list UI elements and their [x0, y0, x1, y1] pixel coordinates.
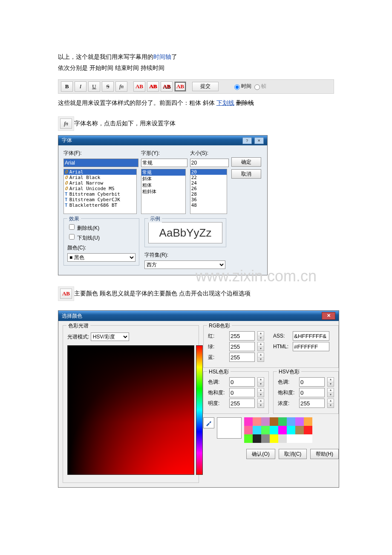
mode-label: 光谱模式: — [67, 334, 89, 340]
hsv-title: HSV色彩 — [277, 368, 301, 376]
underline-word: 下划线 — [216, 99, 234, 106]
time-radio[interactable]: 时间 — [232, 83, 251, 90]
window-buttons: ? ✕ — [241, 137, 264, 144]
sample-title: 示例 — [148, 215, 162, 223]
r-input[interactable] — [229, 331, 255, 341]
charset-label: 字符集(R): — [144, 251, 226, 259]
fn-fragment: fn — [58, 116, 74, 131]
eyedropper-icon[interactable] — [203, 417, 214, 428]
font-dialog: 字体 ? ✕ 字体(F): OArial OArial Black OArial… — [58, 135, 268, 275]
primary-color-button[interactable]: AB — [133, 81, 145, 92]
cancel-button[interactable]: 取消(C) — [279, 449, 307, 459]
spinner-icon: ▲▼ — [257, 331, 264, 341]
hsl-title: HSL色彩 — [207, 368, 231, 376]
html-input[interactable] — [293, 342, 329, 351]
hsl-l-input[interactable] — [229, 399, 255, 408]
spectrum-area[interactable] — [67, 345, 194, 475]
style-list[interactable]: 常规 斜体 粗体 粗斜体 — [141, 169, 185, 214]
ok-button[interactable]: 确认(O) — [246, 449, 275, 459]
cancel-button[interactable]: 取消 — [231, 169, 261, 179]
italic-button[interactable]: I — [75, 81, 86, 92]
close-icon[interactable]: ✕ — [322, 312, 335, 320]
hsv-h-input[interactable] — [299, 377, 325, 387]
spectrum-mode-select[interactable]: HSV/彩度 — [91, 332, 129, 341]
rgb-title: RGB色彩 — [207, 322, 232, 330]
style-label: 字形(Y): — [141, 150, 184, 157]
hsv-v-input[interactable] — [299, 399, 325, 408]
style-input[interactable] — [141, 159, 187, 167]
color-select[interactable]: ■ 黑色 — [67, 253, 135, 262]
strikethrough-button[interactable]: S — [102, 81, 114, 92]
help-icon[interactable]: ? — [242, 137, 252, 144]
font-dialog-title: 字体 — [62, 137, 72, 144]
fontname-button-icon[interactable]: fn — [60, 119, 72, 129]
size-label: 大小(S): — [190, 150, 226, 157]
ab-fragment: AB — [58, 286, 74, 301]
font-input[interactable] — [63, 159, 138, 167]
spectrum-title: 色彩光谱 — [66, 322, 90, 330]
underline-checkbox[interactable]: 下划线(U) — [67, 235, 100, 241]
hsl-h-input[interactable] — [229, 377, 255, 387]
shadow-color-button[interactable]: AB — [174, 81, 186, 92]
ok-button[interactable]: 确定 — [231, 157, 261, 167]
hsl-s-input[interactable] — [229, 388, 255, 397]
outline-color-button[interactable]: AB — [161, 81, 173, 92]
submit-button[interactable]: 提交 — [192, 82, 219, 91]
ass-input[interactable] — [293, 331, 329, 341]
palette[interactable] — [244, 417, 312, 443]
b-input[interactable] — [229, 353, 255, 362]
fontname-explain: 字体名称，点击后如下，用来设置字体 — [74, 120, 176, 127]
font-list[interactable]: OArial OArial Black OArial Narrow OArial… — [63, 169, 137, 214]
size-input[interactable] — [190, 159, 229, 167]
style-explain: 这些就是用来设置字体样式的部分了。前面四个：粗体 斜体 下划线 删除线 — [58, 98, 334, 108]
style-toolbar: B I U S fn AB AB AB AB 提交 时间 帧 — [58, 79, 334, 94]
help-button[interactable]: 帮助(H) — [310, 449, 339, 459]
color-dialog: 选择颜色 ✕ 色彩光谱 光谱模式: HSV/彩度 — [58, 310, 339, 488]
effects-title: 效果 — [67, 215, 81, 223]
color-label: 颜色(C): — [67, 244, 135, 251]
hsv-s-input[interactable] — [299, 388, 325, 397]
primary-color-button-icon[interactable]: AB — [60, 289, 72, 299]
bold-button[interactable]: B — [61, 81, 73, 92]
charset-select[interactable]: 西方 — [144, 260, 225, 269]
primary-color-explain: 主要颜色 顾名思义就是字体的主要颜色 点击开会出现这个边框选项 — [74, 290, 251, 297]
fontname-button[interactable]: fn — [115, 81, 127, 92]
secondary-color-button[interactable]: AB — [147, 81, 159, 92]
hue-bar[interactable] — [196, 345, 203, 475]
frame-radio[interactable]: 帧 — [252, 83, 266, 90]
strike-checkbox[interactable]: 删除线(K) — [67, 225, 99, 231]
close-icon[interactable]: ✕ — [254, 137, 264, 144]
g-input[interactable] — [229, 342, 255, 351]
sample-preview: AaBbYyZz — [148, 222, 222, 243]
color-dialog-title: 选择颜色 — [62, 312, 82, 320]
underline-button[interactable]: U — [88, 81, 100, 92]
strike-word: 删除线 — [236, 99, 254, 106]
intro-line-2: 依次分别是 开始时间 结束时间 持续时间 — [58, 63, 334, 73]
current-color-swatch — [217, 417, 242, 439]
size-list[interactable]: 20 22 24 26 28 36 48 — [190, 169, 227, 214]
font-label: 字体(F): — [63, 150, 136, 157]
intro-line-1: 以上，这个就是我们用来写字幕用的时间轴了 — [58, 52, 334, 62]
timeline-link[interactable]: 时间轴 — [153, 53, 171, 60]
